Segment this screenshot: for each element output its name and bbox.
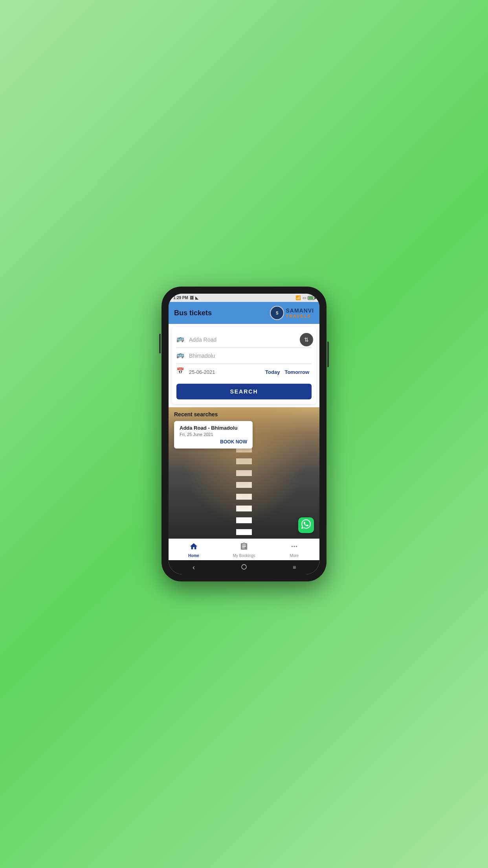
more-nav-label: More bbox=[290, 554, 299, 558]
svg-point-0 bbox=[294, 546, 295, 547]
status-bar: 1:29 PM 🖼 ◣ 📶 ▭ bbox=[169, 294, 319, 302]
logo-text: SAMANVI TRAVELS bbox=[286, 307, 314, 318]
from-bus-icon: 🚌 bbox=[176, 335, 186, 344]
bottom-navigation: Home My Bookings M bbox=[169, 539, 319, 560]
to-input[interactable] bbox=[189, 353, 312, 359]
whatsapp-button[interactable] bbox=[298, 517, 314, 533]
back-button[interactable]: ‹ bbox=[188, 563, 200, 571]
sim-icon: ▭ bbox=[303, 296, 306, 300]
tomorrow-button[interactable]: Tomorrow bbox=[282, 369, 312, 375]
whatsapp-icon bbox=[301, 519, 311, 531]
bookings-nav-label: My Bookings bbox=[233, 554, 255, 558]
signal-icon: ◣ bbox=[195, 296, 198, 300]
home-button-icon bbox=[241, 564, 247, 571]
nav-home[interactable]: Home bbox=[169, 542, 219, 558]
android-navigation: ‹ ≡ bbox=[169, 560, 319, 574]
menu-button[interactable]: ≡ bbox=[288, 563, 300, 571]
time-display: 1:29 PM bbox=[173, 296, 188, 300]
phone-screen: 1:29 PM 🖼 ◣ 📶 ▭ Bus tickets S bbox=[169, 294, 319, 574]
status-icons: 📶 ▭ bbox=[295, 295, 315, 300]
photo-icon: 🖼 bbox=[190, 296, 194, 300]
nav-bookings[interactable]: My Bookings bbox=[219, 542, 269, 558]
menu-icon: ≡ bbox=[293, 564, 296, 570]
page-title: Bus tickets bbox=[174, 309, 212, 317]
status-time-area: 1:29 PM 🖼 ◣ bbox=[173, 296, 198, 300]
home-icon bbox=[189, 542, 198, 553]
brand-name-travels: TRAVELS bbox=[286, 314, 314, 318]
svg-point-1 bbox=[292, 546, 293, 547]
search-form: 🚌 ⇅ 🚌 📅 25-06-2021 Today Tomorrow bbox=[172, 327, 316, 404]
recent-search-card: Adda Road - Bhimadolu Fri, 25 June 2021 … bbox=[174, 421, 253, 449]
date-row: 📅 25-06-2021 Today Tomorrow bbox=[176, 364, 312, 380]
recent-date: Fri, 25 June 2021 bbox=[180, 432, 247, 437]
app-header: Bus tickets S SAMANVI TRAVELS bbox=[169, 302, 319, 324]
phone-frame: 1:29 PM 🖼 ◣ 📶 ▭ Bus tickets S bbox=[161, 287, 327, 581]
svg-point-2 bbox=[296, 546, 297, 547]
to-bus-icon: 🚌 bbox=[176, 351, 186, 360]
bookings-icon bbox=[240, 542, 248, 553]
recent-searches-section: Recent searches Adda Road - Bhimadolu Fr… bbox=[169, 407, 319, 539]
calendar-icon: 📅 bbox=[176, 367, 186, 377]
today-button[interactable]: Today bbox=[263, 369, 282, 375]
recent-route: Adda Road - Bhimadolu bbox=[180, 425, 247, 431]
swap-icon: ⇅ bbox=[304, 337, 309, 343]
logo-circle: S bbox=[270, 306, 284, 320]
home-button[interactable] bbox=[238, 563, 250, 571]
brand-logo: S SAMANVI TRAVELS bbox=[270, 306, 314, 320]
svg-point-3 bbox=[242, 565, 246, 569]
more-icon bbox=[290, 542, 299, 553]
nav-more[interactable]: More bbox=[269, 542, 319, 558]
home-nav-label: Home bbox=[188, 554, 199, 558]
brand-name-samanvi: SAMANVI bbox=[286, 307, 314, 314]
from-row: 🚌 ⇅ bbox=[176, 332, 312, 348]
recent-searches-label: Recent searches bbox=[174, 411, 218, 417]
wifi-icon: 📶 bbox=[295, 295, 301, 300]
to-row: 🚌 bbox=[176, 348, 312, 364]
swap-button[interactable]: ⇅ bbox=[300, 333, 313, 346]
book-now-button[interactable]: BOOK NOW bbox=[180, 439, 247, 445]
from-input[interactable] bbox=[189, 337, 312, 343]
battery-icon bbox=[308, 296, 315, 300]
date-display[interactable]: 25-06-2021 bbox=[189, 369, 263, 375]
search-button[interactable]: SEARCH bbox=[176, 384, 312, 399]
back-icon: ‹ bbox=[193, 563, 195, 572]
app-content: Bus tickets S SAMANVI TRAVELS 🚌 bbox=[169, 302, 319, 574]
